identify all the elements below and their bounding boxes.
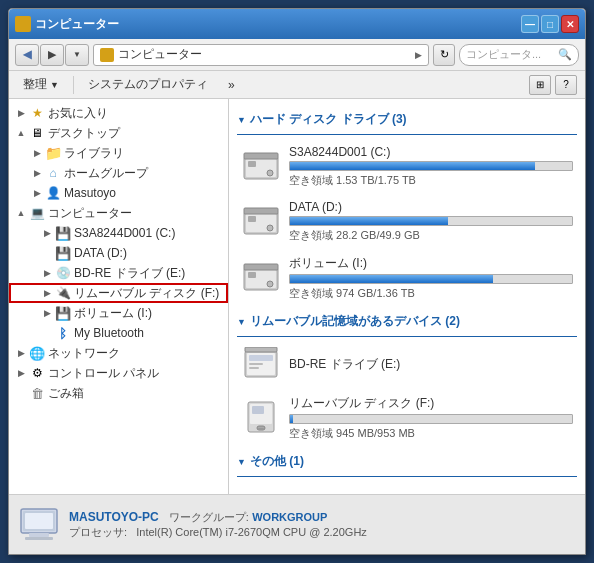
left-panel: ▶ ★ お気に入り ▲ 🖥 デスクトップ ▶ 📁 ライブラリ ▶ ⌂ ホームグル… bbox=[9, 99, 229, 494]
forward-button[interactable]: ▶ bbox=[40, 44, 64, 66]
organize-button[interactable]: 整理 ▼ bbox=[17, 74, 65, 95]
drive-d-size: 空き領域 28.2 GB/49.9 GB bbox=[289, 228, 573, 243]
drive-c-fill bbox=[290, 162, 535, 170]
sidebar-item-bd-drive[interactable]: ▶ 💿 BD-RE ドライブ (E:) bbox=[9, 263, 228, 283]
svg-point-13 bbox=[267, 281, 273, 287]
drive-i-name: ボリューム (I:) bbox=[289, 255, 573, 272]
f-drive-fill bbox=[290, 415, 293, 423]
sidebar-item-favorites[interactable]: ▶ ★ お気に入り bbox=[9, 103, 228, 123]
svg-rect-20 bbox=[245, 347, 277, 352]
toggle-c: ▶ bbox=[39, 225, 55, 241]
toggle-control: ▶ bbox=[13, 365, 29, 381]
toggle-homegroup: ▶ bbox=[29, 165, 45, 181]
address-folder-icon bbox=[100, 48, 114, 62]
drive-d-fill bbox=[290, 217, 448, 225]
toggle-f: ▶ bbox=[39, 285, 55, 301]
workgroup-value: WORKGROUP bbox=[252, 511, 327, 523]
sidebar-item-control-panel[interactable]: ▶ ⚙ コントロール パネル bbox=[9, 363, 228, 383]
refresh-button[interactable]: ↻ bbox=[433, 44, 455, 66]
favorites-label: お気に入り bbox=[48, 105, 108, 122]
sidebar-item-d-drive[interactable]: ▶ 💾 DATA (D:) bbox=[9, 243, 228, 263]
f-drive-item[interactable]: リムーバブル ディスク (F:) 空き領域 945 MB/953 MB bbox=[237, 391, 577, 445]
drive-c-item[interactable]: S3A8244D001 (C:) 空き領域 1.53 TB/1.75 TB bbox=[237, 141, 577, 192]
svg-rect-17 bbox=[249, 355, 273, 361]
back-button[interactable]: ◀ bbox=[15, 44, 39, 66]
bd-drive-label: BD-RE ドライブ (E:) bbox=[74, 265, 185, 282]
control-panel-label: コントロール パネル bbox=[48, 365, 159, 382]
hdd-c-icon: 💾 bbox=[55, 225, 71, 241]
search-field[interactable]: コンピュータ... 🔍 bbox=[459, 44, 579, 66]
drive-i-item[interactable]: ボリューム (I:) 空き領域 974 GB/1.36 TB bbox=[237, 251, 577, 305]
sidebar-item-homegroup[interactable]: ▶ ⌂ ホームグループ bbox=[9, 163, 228, 183]
toolbar: 整理 ▼ システムのプロパティ » ⊞ ? bbox=[9, 71, 585, 99]
svg-point-3 bbox=[267, 170, 273, 176]
drive-i-fill bbox=[290, 275, 493, 283]
drive-i-info: ボリューム (I:) 空き領域 974 GB/1.36 TB bbox=[289, 255, 573, 301]
sidebar-item-i-drive[interactable]: ▶ 💾 ボリューム (I:) bbox=[9, 303, 228, 323]
bd-drive-icon: 💿 bbox=[55, 265, 71, 281]
drive-d-info: DATA (D:) 空き領域 28.2 GB/49.9 GB bbox=[289, 200, 573, 243]
bd-drive-name: BD-RE ドライブ (E:) bbox=[289, 356, 573, 373]
f-drive-name: リムーバブル ディスク (F:) bbox=[289, 395, 573, 412]
main-content: ▶ ★ お気に入り ▲ 🖥 デスクトップ ▶ 📁 ライブラリ ▶ ⌂ ホームグル… bbox=[9, 99, 585, 494]
drive-i-size: 空き領域 974 GB/1.36 TB bbox=[289, 286, 573, 301]
star-icon: ★ bbox=[29, 105, 45, 121]
computer-label: コンピューター bbox=[48, 205, 132, 222]
toggle-bd: ▶ bbox=[39, 265, 55, 281]
addressbar: ◀ ▶ ▼ コンピューター ▶ ↻ コンピュータ... 🔍 bbox=[9, 39, 585, 71]
help-button[interactable]: ? bbox=[555, 75, 577, 95]
homegroup-label: ホームグループ bbox=[64, 165, 148, 182]
network-icon: 🌐 bbox=[29, 345, 45, 361]
sidebar-item-computer[interactable]: ▲ 💻 コンピューター bbox=[9, 203, 228, 223]
more-button[interactable]: » bbox=[222, 76, 241, 94]
libraries-label: ライブラリ bbox=[64, 145, 124, 162]
sidebar-item-bluetooth[interactable]: ▶ ᛒ My Bluetooth bbox=[9, 323, 228, 343]
sidebar-item-f-drive[interactable]: ▶ 🔌 リムーバブル ディスク (F:) bbox=[9, 283, 228, 303]
toggle-masutoyo: ▶ bbox=[29, 185, 45, 201]
recent-button[interactable]: ▼ bbox=[65, 44, 89, 66]
toggle-favorites: ▶ bbox=[13, 105, 29, 121]
sidebar-item-c-drive[interactable]: ▶ 💾 S3A8244D001 (C:) bbox=[9, 223, 228, 243]
control-panel-icon: ⚙ bbox=[29, 365, 45, 381]
toolbar-right: ⊞ ? bbox=[529, 75, 577, 95]
drive-d-icon bbox=[241, 204, 281, 240]
status-info: MASUTOYO-PC ワークグループ: WORKGROUP プロセッサ: In… bbox=[69, 510, 575, 540]
system-props-button[interactable]: システムのプロパティ bbox=[82, 74, 214, 95]
processor-label: プロセッサ: bbox=[69, 526, 127, 538]
bd-drive-item[interactable]: BD-RE ドライブ (E:) bbox=[237, 343, 577, 387]
drive-d-item[interactable]: DATA (D:) 空き領域 28.2 GB/49.9 GB bbox=[237, 196, 577, 247]
address-arrow: ▶ bbox=[415, 50, 422, 60]
hdd-section-title: ▼ ハード ディスク ドライブ (3) bbox=[237, 107, 577, 135]
view-button[interactable]: ⊞ bbox=[529, 75, 551, 95]
status-bar: MASUTOYO-PC ワークグループ: WORKGROUP プロセッサ: In… bbox=[9, 494, 585, 554]
homegroup-icon: ⌂ bbox=[45, 165, 61, 181]
drive-c-bar bbox=[289, 161, 573, 171]
address-field[interactable]: コンピューター ▶ bbox=[93, 44, 429, 66]
bluetooth-icon: ᛒ bbox=[55, 325, 71, 341]
minimize-button[interactable]: — bbox=[521, 15, 539, 33]
network-label: ネットワーク bbox=[48, 345, 120, 362]
close-button[interactable]: ✕ bbox=[561, 15, 579, 33]
processor-value: Intel(R) Core(TM) i7-2670QM CPU @ 2.20GH… bbox=[136, 526, 367, 538]
svg-rect-18 bbox=[249, 363, 263, 365]
hdd-i-icon: 💾 bbox=[55, 305, 71, 321]
drive-d-name: DATA (D:) bbox=[289, 200, 573, 214]
sidebar-item-trash[interactable]: ▶ 🗑 ごみ箱 bbox=[9, 383, 228, 403]
right-panel: ▼ ハード ディスク ドライブ (3) S3A8244D001 (C:) bbox=[229, 99, 585, 494]
i-drive-label: ボリューム (I:) bbox=[74, 305, 152, 322]
sidebar-item-desktop[interactable]: ▲ 🖥 デスクトップ bbox=[9, 123, 228, 143]
drive-i-bar bbox=[289, 274, 573, 284]
maximize-button[interactable]: □ bbox=[541, 15, 559, 33]
svg-rect-4 bbox=[244, 153, 278, 159]
toggle-i: ▶ bbox=[39, 305, 55, 321]
sidebar-item-network[interactable]: ▶ 🌐 ネットワーク bbox=[9, 343, 228, 363]
sidebar-item-masutoyo[interactable]: ▶ 👤 Masutoyo bbox=[9, 183, 228, 203]
titlebar: コンピューター — □ ✕ bbox=[9, 9, 585, 39]
sidebar-item-libraries[interactable]: ▶ 📁 ライブラリ bbox=[9, 143, 228, 163]
titlebar-buttons: — □ ✕ bbox=[521, 15, 579, 33]
hdd-arrow: ▼ bbox=[237, 115, 246, 125]
drive-d-bar bbox=[289, 216, 573, 226]
svg-rect-14 bbox=[244, 264, 278, 270]
address-text: コンピューター bbox=[118, 46, 411, 63]
f-drive-bar bbox=[289, 414, 573, 424]
